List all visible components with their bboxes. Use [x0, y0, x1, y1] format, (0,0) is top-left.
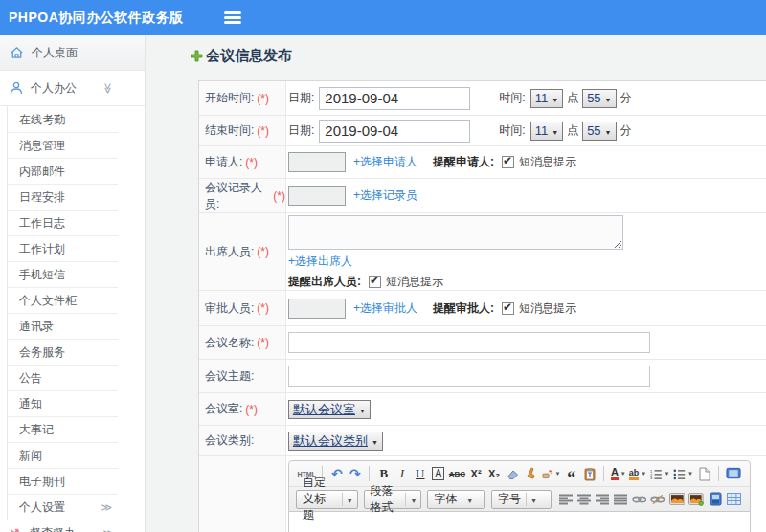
meeting-name-input[interactable]	[288, 332, 650, 353]
start-minute-select[interactable]: 55	[582, 89, 616, 108]
field-label: 结束时间:	[205, 122, 254, 139]
sidebar-item-personal-settings[interactable]: 个人设置 ≫	[8, 494, 118, 520]
recorder-input[interactable]	[288, 186, 346, 206]
table-icon[interactable]	[727, 491, 741, 508]
bold-button[interactable]: B	[376, 465, 391, 482]
paste-from-word-icon[interactable]	[582, 465, 597, 482]
app-title: PHPOA协同办公软件政务版	[9, 10, 184, 27]
row-meeting-name: 会议名称:(*)	[199, 326, 766, 360]
heading-style-select[interactable]: 自定义标题	[296, 490, 358, 509]
align-justify-icon[interactable]	[614, 491, 628, 508]
user-icon	[10, 81, 23, 95]
align-left-icon[interactable]	[559, 491, 574, 508]
strikethrough-button[interactable]: ABC	[449, 465, 464, 482]
font-color-button[interactable]: A	[611, 467, 619, 480]
image-icon[interactable]	[669, 491, 686, 508]
sidebar-item-work-plan[interactable]: 工作计划	[8, 235, 118, 261]
svg-text:3: 3	[650, 476, 653, 480]
font-size-select[interactable]: 字号	[491, 490, 552, 509]
end-minute-select[interactable]: 55	[582, 122, 616, 141]
choose-applicant-link[interactable]: +选择申请人	[353, 154, 417, 170]
font-family-select[interactable]: 字体	[427, 490, 485, 509]
applicant-sms-checkbox[interactable]	[502, 156, 514, 168]
sidebar-item-supervision[interactable]: 督查督办 ≫	[0, 520, 145, 532]
applicant-input[interactable]	[288, 152, 346, 172]
choose-recorder-link[interactable]: +选择记录员	[353, 188, 417, 204]
sidebar-item-personal-files[interactable]: 个人文件柜	[8, 287, 118, 313]
font-style-button[interactable]: A	[432, 467, 444, 480]
redo-icon[interactable]: ↷	[348, 465, 362, 482]
underline-button[interactable]: U	[413, 465, 427, 482]
sidebar-item-major-events[interactable]: 大事记	[8, 416, 118, 442]
row-meeting-content: HTML ↶ ↷ B I U A ABC X²	[199, 456, 766, 532]
editor-content-area[interactable]	[288, 512, 751, 532]
paragraph-format-select[interactable]: 段落格式	[364, 490, 422, 509]
end-date-input[interactable]	[319, 120, 470, 143]
field-label: 会议名称:	[205, 335, 254, 351]
sidebar-item-news[interactable]: 新闻	[8, 442, 118, 468]
start-hour-select[interactable]: 11	[530, 89, 563, 108]
sidebar-item-message-management[interactable]: 消息管理	[8, 132, 118, 158]
choose-approver-link[interactable]: +选择审批人	[353, 300, 417, 317]
approver-sms-checkbox[interactable]	[502, 302, 514, 315]
row-start-time: 开始时间:(*) 日期: 时间: 11 点 55 分	[199, 81, 766, 116]
row-applicant: 申请人:(*) +选择申请人 提醒申请人: 短消息提示	[199, 146, 766, 179]
subscript-button[interactable]: X₂	[487, 465, 502, 482]
chevron-right-icon: ≫	[102, 527, 114, 532]
sidebar-item-meeting-service[interactable]: 会务服务	[8, 339, 118, 365]
superscript-button[interactable]: X²	[469, 465, 484, 482]
align-right-icon[interactable]	[596, 491, 610, 508]
eraser-icon[interactable]	[506, 465, 520, 482]
sidebar-item-contacts[interactable]: 通讯录	[8, 313, 118, 339]
sidebar-item-notice[interactable]: 通知	[8, 390, 118, 416]
unordered-list-icon[interactable]	[673, 465, 693, 482]
start-date-input[interactable]	[319, 87, 470, 110]
media-icon[interactable]	[709, 491, 723, 508]
chevron-right-icon: ≫	[101, 495, 112, 520]
meeting-category-select[interactable]: 默认会议类别	[288, 432, 383, 451]
rich-text-editor: HTML ↶ ↷ B I U A ABC X²	[288, 460, 751, 532]
attendees-textarea[interactable]	[288, 215, 623, 250]
sidebar-item-personal-desktop[interactable]: 个人桌面	[0, 35, 145, 71]
app-window: PHPOA协同办公软件政务版 个人桌面 个人办公 ≫ 在线考勤 消息管理 内部邮…	[0, 0, 766, 532]
green-plus-icon	[191, 50, 203, 62]
field-label: 会议记录人员:	[205, 180, 270, 212]
hamburger-menu-icon[interactable]	[224, 11, 241, 24]
unlink-icon[interactable]	[650, 491, 665, 508]
new-page-icon[interactable]	[697, 465, 711, 482]
link-icon[interactable]	[632, 491, 647, 508]
sidebar-item-work-log[interactable]: 工作日志	[8, 210, 118, 235]
highlight-color-button[interactable]: ab	[629, 468, 640, 480]
choose-attendees-link[interactable]: +选择出席人	[288, 254, 352, 270]
meeting-subject-input[interactable]	[288, 366, 650, 387]
end-hour-select[interactable]: 11	[530, 122, 563, 141]
attendees-sms-checkbox[interactable]	[369, 276, 381, 288]
shuffle-icon	[10, 527, 22, 532]
meeting-room-select[interactable]: 默认会议室	[288, 400, 371, 419]
sidebar-item-online-attendance[interactable]: 在线考勤	[8, 106, 118, 132]
sidebar-submenu: 在线考勤 消息管理 内部邮件 日程安排 工作日志 工作计划 手机短信 个人文件柜…	[7, 106, 118, 520]
format-painter-icon[interactable]	[542, 465, 561, 482]
row-end-time: 结束时间:(*) 日期: 时间: 11 点 55 分	[199, 116, 766, 146]
chevron-down-icon: ≫	[102, 82, 115, 94]
sidebar-item-sms[interactable]: 手机短信	[8, 261, 118, 287]
fullscreen-icon[interactable]	[726, 465, 741, 482]
editor-toolbar: HTML ↶ ↷ B I U A ABC X²	[288, 460, 751, 512]
blockquote-icon[interactable]: “	[564, 465, 578, 482]
ordered-list-icon[interactable]: 123	[650, 465, 670, 482]
clear-format-broom-icon[interactable]	[524, 465, 538, 482]
meeting-form: 开始时间:(*) 日期: 时间: 11 点 55 分 结束时间:(*) 日期: …	[198, 80, 766, 532]
italic-button[interactable]: I	[394, 465, 409, 482]
sidebar-item-schedule[interactable]: 日程安排	[8, 184, 118, 210]
sidebar-item-announcement[interactable]: 公告	[8, 365, 118, 390]
field-label: 会议主题:	[205, 368, 254, 385]
insert-image-icon[interactable]	[688, 491, 705, 508]
sidebar-item-e-journal[interactable]: 电子期刊	[8, 468, 118, 494]
field-label: 审批人员:	[205, 300, 254, 317]
sidebar-item-personal-office[interactable]: 个人办公 ≫	[0, 71, 145, 106]
approver-input[interactable]	[288, 299, 346, 319]
sidebar-item-internal-mail[interactable]: 内部邮件	[8, 158, 118, 184]
required-mark: (*)	[245, 403, 258, 416]
row-approver: 审批人员:(*) +选择审批人 提醒审批人: 短消息提示	[199, 291, 766, 326]
align-center-icon[interactable]	[577, 491, 592, 508]
